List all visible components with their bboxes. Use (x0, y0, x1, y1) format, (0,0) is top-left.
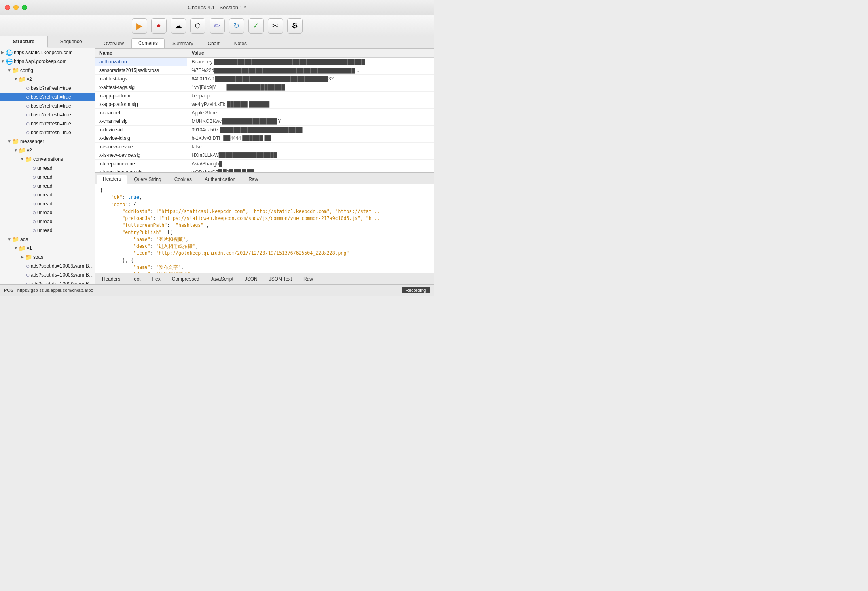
tree-indent (0, 120, 6, 127)
tree-toggle[interactable]: ▼ (13, 245, 19, 252)
tree-item-label: v1 (27, 245, 32, 252)
tree-toggle[interactable]: ▼ (19, 156, 25, 163)
tree-item-basic3[interactable]: ⊙basic?refresh=true (0, 101, 95, 110)
tab-sequence[interactable]: Sequence (48, 36, 95, 48)
tab-authentication[interactable]: Authentication (199, 175, 241, 184)
tree-item-basic1[interactable]: ⊙basic?refresh=true (0, 84, 95, 93)
close-button[interactable] (5, 5, 10, 10)
tree-indent (0, 67, 6, 74)
tree-toggle[interactable]: ▼ (13, 147, 19, 154)
tree-item-unread5[interactable]: ⊙unread (0, 199, 95, 208)
tab-overview[interactable]: Overview (97, 39, 131, 48)
tree-toggle[interactable]: ▶ (19, 253, 25, 261)
table-row[interactable]: authorizationBearer ey.█████████████████… (95, 58, 434, 66)
tree-indent (19, 280, 26, 284)
resp-tab-javascript[interactable]: JavaScript (205, 275, 239, 283)
table-row[interactable]: x-device-id.sigh-1XJvXhDTi═██4444 ██████… (95, 134, 434, 143)
tree-indent (19, 218, 26, 225)
breakpoints-button[interactable]: ⬡ (190, 18, 205, 34)
table-row[interactable]: x-keep-timezone.sigwODMggQ7█ █2█ ██ █ ██ (95, 168, 434, 173)
resp-tab-raw[interactable]: Raw (298, 275, 318, 283)
tree-indent (0, 253, 6, 261)
tab-querystring[interactable]: Query String (128, 175, 167, 184)
tree-item-ads1[interactable]: ⊙ads?spotIds=1000&warmBoot=true (0, 262, 95, 270)
tree-indent (0, 262, 6, 270)
table-row[interactable]: x-device-id39104da507 ██████████████████… (95, 126, 434, 134)
tree-indent (6, 262, 13, 270)
tree-item-basic5[interactable]: ⊙basic?refresh=true (0, 119, 95, 128)
table-row[interactable]: x-is-new-devicefalse (95, 143, 434, 151)
tree-item-ads[interactable]: ▼📁ads (0, 235, 95, 244)
settings-button[interactable]: ⚙ (287, 18, 303, 34)
tab-structure[interactable]: Structure (0, 36, 48, 48)
tree-item-messenger[interactable]: ▼📁messenger (0, 137, 95, 146)
resp-tab-jsontext[interactable]: JSON Text (264, 275, 297, 283)
tab-cookies[interactable]: Cookies (168, 175, 198, 184)
repeat-button[interactable]: ↻ (229, 18, 244, 34)
tab-chart[interactable]: Chart (201, 39, 226, 48)
table-row[interactable]: x-channel.sigMUHKCBKwc████████████████ Y (95, 117, 434, 126)
tree-item-basic2[interactable]: ⊙basic?refresh=true (0, 93, 95, 101)
table-row[interactable]: x-app-platformkeepapp (95, 92, 434, 100)
tree-item-unread2[interactable]: ⊙unread (0, 173, 95, 182)
table-row[interactable]: x-abtest-tags.sig1yYjFdc9jY═══██████████… (95, 83, 434, 92)
tree-item-conversations[interactable]: ▼📁conversations (0, 155, 95, 164)
tree-toggle[interactable]: ▼ (6, 138, 12, 145)
tree-toggle[interactable]: ▼ (13, 76, 19, 83)
tree-item-label: stats (33, 253, 43, 261)
table-row[interactable]: sensorsdata2015jssdkcross%7B%22d████████… (95, 66, 434, 75)
tree-toggle[interactable]: ▼ (0, 58, 6, 65)
file-icon: ⊙ (32, 209, 36, 216)
tree-indent (0, 280, 6, 284)
file-icon: ⊙ (26, 120, 30, 127)
resp-tab-compressed[interactable]: Compressed (167, 275, 205, 283)
tree-item-config[interactable]: ▼📁config (0, 66, 95, 75)
tree-item-unread8[interactable]: ⊙unread (0, 226, 95, 235)
compose-button[interactable]: ✏ (210, 18, 225, 34)
tree-item-unread4[interactable]: ⊙unread (0, 190, 95, 199)
maximize-button[interactable] (22, 5, 27, 10)
tab-notes[interactable]: Notes (227, 39, 254, 48)
tree-item-unread6[interactable]: ⊙unread (0, 208, 95, 217)
tree-item-keepcdn[interactable]: ▶🌐https://static1.keepcdn.com (0, 48, 95, 57)
start-button[interactable]: ▶ (132, 18, 147, 34)
minimize-button[interactable] (13, 5, 19, 10)
resp-tab-json[interactable]: JSON (239, 275, 263, 283)
record-button[interactable]: ● (151, 18, 167, 34)
tree-toggle[interactable]: ▼ (6, 67, 12, 74)
tree-item-basic4[interactable]: ⊙basic?refresh=true (0, 110, 95, 119)
tree-item-v2m[interactable]: ▼📁v2 (0, 146, 95, 155)
tree-item-stats[interactable]: ▶📁stats (0, 253, 95, 262)
tree-item-gotokeep[interactable]: ▼🌐https://api.gotokeep.com (0, 57, 95, 66)
table-row[interactable]: x-app-platform.sigwe4jyPzei4.xEk ██████ … (95, 100, 434, 109)
tree-item-ads2[interactable]: ⊙ads?spotIds=1000&warmBoot=true (0, 270, 95, 279)
tree-item-unread1[interactable]: ⊙unread (0, 164, 95, 173)
tab-summary[interactable]: Summary (165, 39, 200, 48)
tree-item-unread3[interactable]: ⊙unread (0, 182, 95, 190)
tab-contents[interactable]: Contents (131, 38, 165, 48)
resp-tab-headers[interactable]: Headers (97, 275, 125, 283)
col-name: Name (95, 49, 187, 58)
tree-item-v1ads[interactable]: ▼📁v1 (0, 244, 95, 253)
table-row[interactable]: x-keep-timezoneAsia/Shangh█ (95, 160, 434, 168)
tree-item-basic6[interactable]: ⊙basic?refresh=true (0, 128, 95, 137)
throttle-button[interactable]: ☁ (171, 18, 186, 34)
resp-tab-text[interactable]: Text (126, 275, 146, 283)
tree-item-v2[interactable]: ▼📁v2 (0, 75, 95, 84)
validate-button[interactable]: ✓ (248, 18, 264, 34)
resp-tab-hex[interactable]: Hex (146, 275, 165, 283)
table-row[interactable]: x-is-new-device.sigHXmJLLk-W████████████… (95, 151, 434, 160)
tree-indent (19, 191, 26, 198)
json-line: { (100, 187, 429, 194)
tree-toggle[interactable]: ▶ (0, 49, 6, 56)
tools-button[interactable]: ✂ (268, 18, 283, 34)
tree-item-ads3[interactable]: ⊙ads?spotIds=1000&warmBoot=true (0, 279, 95, 284)
tab-raw[interactable]: Raw (242, 175, 264, 184)
tree-indent (19, 93, 26, 101)
tree-item-unread7[interactable]: ⊙unread (0, 217, 95, 226)
table-row[interactable]: x-channelApple Store (95, 109, 434, 117)
tree-toggle[interactable]: ▼ (6, 236, 12, 243)
folder-icon: 📁 (25, 156, 32, 163)
table-row[interactable]: x-abtest-tags640011A,1██████████████████… (95, 75, 434, 83)
tab-headers[interactable]: Headers (97, 175, 127, 184)
